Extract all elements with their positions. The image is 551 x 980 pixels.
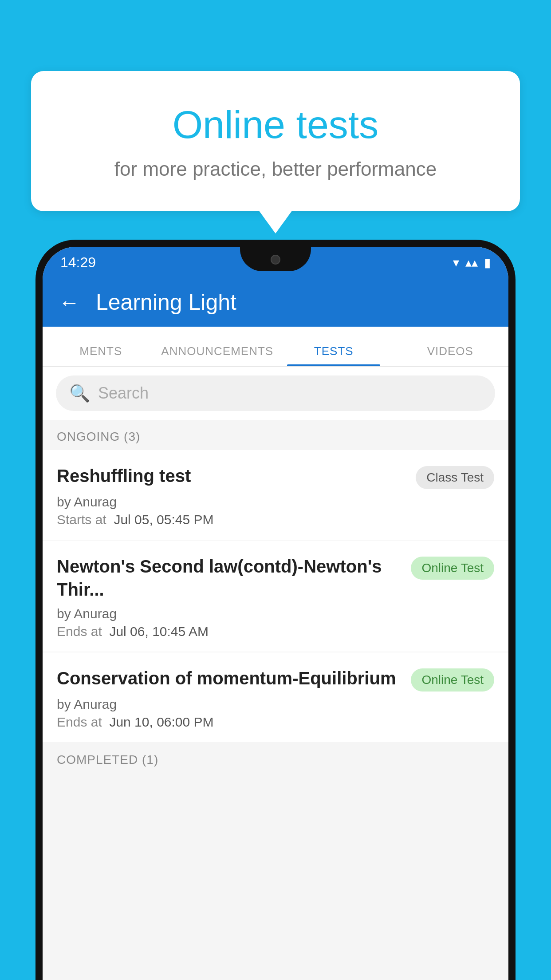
search-bar[interactable]: 🔍 Search (56, 375, 495, 411)
status-time: 14:29 (60, 254, 96, 271)
test-by-3: by Anurag (57, 697, 494, 712)
content-area: ONGOING (3) Reshuffling test Class Test … (43, 420, 508, 980)
test-item-top: Reshuffling test Class Test (57, 464, 494, 489)
test-badge-2: Online Test (411, 557, 494, 580)
test-item[interactable]: Reshuffling test Class Test by Anurag St… (43, 450, 508, 540)
phone-screen: 14:29 ▾ ▴▴ ▮ ← Learning Light MENTS ANNO… (43, 247, 508, 980)
status-bar: 14:29 ▾ ▴▴ ▮ (43, 247, 508, 278)
test-date-3: Ends at Jun 10, 06:00 PM (57, 715, 494, 730)
bubble-subtitle: for more practice, better performance (67, 158, 484, 180)
ongoing-header: ONGOING (3) (43, 420, 508, 450)
test-date-1: Starts at Jul 05, 05:45 PM (57, 512, 494, 527)
completed-header: COMPLETED (1) (43, 743, 508, 773)
search-placeholder: Search (98, 384, 149, 403)
search-icon: 🔍 (69, 383, 90, 403)
test-name-2: Newton's Second law(contd)-Newton's Thir… (57, 555, 402, 601)
speech-bubble: Online tests for more practice, better p… (31, 71, 520, 211)
battery-icon: ▮ (484, 255, 491, 270)
phone-frame: 14:29 ▾ ▴▴ ▮ ← Learning Light MENTS ANNO… (35, 240, 516, 980)
test-name-3: Conservation of momentum-Equilibrium (57, 667, 402, 690)
test-badge-3: Online Test (411, 668, 494, 692)
test-by-1: by Anurag (57, 494, 494, 510)
tab-tests[interactable]: TESTS (276, 344, 392, 366)
status-icons: ▾ ▴▴ ▮ (453, 255, 491, 270)
back-button[interactable]: ← (59, 290, 80, 315)
bubble-title: Online tests (67, 102, 484, 147)
speech-bubble-container: Online tests for more practice, better p… (31, 71, 520, 211)
app-title: Learning Light (96, 289, 236, 315)
test-item[interactable]: Newton's Second law(contd)-Newton's Thir… (43, 541, 508, 652)
tab-announcements[interactable]: ANNOUNCEMENTS (159, 344, 276, 366)
signal-icon: ▴▴ (465, 255, 478, 270)
wifi-icon: ▾ (453, 255, 459, 270)
test-name-1: Reshuffling test (57, 464, 407, 487)
phone-inner: 14:29 ▾ ▴▴ ▮ ← Learning Light MENTS ANNO… (43, 247, 508, 980)
test-item-top: Newton's Second law(contd)-Newton's Thir… (57, 555, 494, 601)
test-item[interactable]: Conservation of momentum-Equilibrium Onl… (43, 652, 508, 742)
tab-ments[interactable]: MENTS (43, 344, 159, 366)
tabs-container: MENTS ANNOUNCEMENTS TESTS VIDEOS (43, 327, 508, 367)
test-item-top: Conservation of momentum-Equilibrium Onl… (57, 667, 494, 692)
camera (271, 255, 280, 265)
notch (240, 247, 311, 271)
search-container: 🔍 Search (43, 367, 508, 420)
app-bar: ← Learning Light (43, 278, 508, 327)
test-date-2: Ends at Jul 06, 10:45 AM (57, 624, 494, 639)
test-badge-1: Class Test (416, 466, 494, 489)
tab-videos[interactable]: VIDEOS (392, 344, 509, 366)
test-by-2: by Anurag (57, 606, 494, 621)
